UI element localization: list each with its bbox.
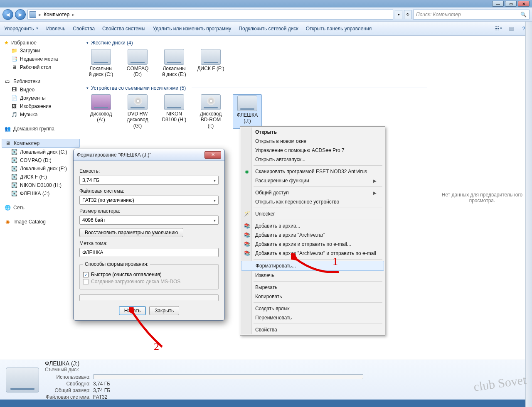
remove-change-button[interactable]: Удалить или изменить программу — [153, 26, 232, 32]
system-properties-button[interactable]: Свойства системы — [102, 26, 145, 32]
drive-a[interactable]: Дисковод(A:) — [86, 94, 116, 129]
hdd-icon — [128, 49, 148, 65]
vertical-scrollbar[interactable] — [525, 22, 532, 407]
sidebar-pictures[interactable]: 🖼Изображения — [2, 102, 80, 110]
map-drive-button[interactable]: Подключить сетевой диск — [239, 26, 298, 32]
hdd-list: Локальный диск (C:) COMPAQ(D:) Локальный… — [86, 49, 427, 78]
close-window-button[interactable]: ✕ — [518, 1, 530, 7]
volume-label-input[interactable]: ФЛЕШКА — [79, 248, 219, 257]
cm-acdsee[interactable]: Управление с помощью ACDSee Pro 7 — [241, 146, 384, 155]
cm-advanced[interactable]: Расширенные функции▶ — [241, 176, 384, 185]
star-icon: ★ — [4, 40, 9, 46]
drive-icon: 💽 — [11, 182, 17, 189]
filesystem-select[interactable]: FAT32 (по умолчанию) — [79, 196, 219, 205]
quick-format-checkbox[interactable]: ✓Быстрое (очистка оглавления) — [83, 272, 215, 277]
breadcrumb-history-button[interactable]: ▾ — [395, 10, 402, 19]
cm-shortcut[interactable]: Создать ярлык — [241, 304, 384, 313]
context-menu: Открыть Открыть в новом окне Управление … — [240, 126, 385, 336]
refresh-button[interactable]: ↻ — [404, 10, 411, 19]
search-input[interactable]: Поиск: Компьютер 🔍 — [413, 10, 530, 20]
drive-d[interactable]: COMPAQ(D:) — [123, 49, 152, 78]
annotation-label-2: 2 — [154, 341, 159, 353]
sidebar-computer[interactable]: 🖥Компьютер — [2, 139, 80, 148]
drive-e[interactable]: Локальный диск (E:) — [160, 49, 189, 78]
dialog-titlebar[interactable]: Форматирование "ФЛЕШКА (J:)" ✕ — [74, 149, 224, 161]
sidebar-homegroup[interactable]: 👥Домашняя группа — [2, 125, 80, 133]
music-icon: 🎵 — [11, 111, 17, 118]
drive-f[interactable]: ДИСК F (F:) — [196, 49, 225, 78]
cm-addarchrar[interactable]: 📚Добавить в архив "Archive.rar" — [241, 230, 384, 240]
cm-unlocker[interactable]: 🪄Unlocker — [241, 209, 384, 218]
sidebar-drive-c[interactable]: 💽Локальный диск (C:) — [2, 148, 80, 156]
cm-cut[interactable]: Вырезать — [241, 283, 384, 292]
cluster-select[interactable]: 4096 байт — [79, 216, 219, 225]
sidebar-desktop[interactable]: 🖥Рабочий стол — [2, 63, 80, 71]
dialog-close-button[interactable]: ✕ — [204, 151, 221, 159]
drive-g[interactable]: DVD RWдисковод(G:) — [123, 94, 152, 129]
forward-button[interactable]: ► — [15, 9, 26, 20]
usage-progress — [93, 374, 363, 379]
eset-icon: ◉ — [244, 168, 250, 175]
sidebar-favorites-header[interactable]: ★Избранное — [2, 39, 80, 47]
maximize-button[interactable]: ▭ — [505, 1, 517, 7]
drive-h[interactable]: NIKOND3100 (H:) — [160, 94, 189, 129]
sidebar-drive-f[interactable]: 💽ДИСК F (F:) — [2, 173, 80, 181]
preview-pane-button[interactable]: ▤ — [507, 25, 515, 33]
sidebar-music[interactable]: 🎵Музыка — [2, 110, 80, 119]
drive-j-selected[interactable]: ФЛЕШКА(J:) — [233, 94, 262, 129]
cm-copy[interactable]: Копировать — [241, 292, 384, 301]
sidebar-drive-d[interactable]: 💽COMPAQ (D:) — [2, 156, 80, 164]
breadcrumb[interactable]: ▸ Компьютер ▸ — [27, 10, 393, 20]
sidebar-drive-j[interactable]: 💽ФЛЕШКА (J:) — [2, 189, 80, 198]
extract-button[interactable]: Извлечь — [46, 26, 65, 32]
cm-eset[interactable]: ◉Сканировать программой ESET NOD32 Antiv… — [241, 167, 384, 176]
window-titlebar: — ▭ ✕ — [0, 0, 532, 7]
sidebar-drive-e[interactable]: 💽Локальный диск (E:) — [2, 164, 80, 173]
preview-pane: Нет данных для предварительного просмотр… — [432, 36, 532, 360]
cm-open-new[interactable]: Открыть в новом окне — [241, 137, 384, 146]
cm-portable[interactable]: Открыть как переносное устройство — [241, 197, 384, 206]
open-control-panel-button[interactable]: Открыть панель управления — [306, 26, 372, 32]
cm-addarch[interactable]: 📚Добавить в архив... — [241, 221, 384, 230]
organize-menu[interactable]: Упорядочить▼ — [4, 26, 39, 32]
winrar-icon: 📚 — [244, 232, 250, 238]
view-options-button[interactable]: ☷▼ — [495, 25, 503, 33]
drive-c[interactable]: Локальный диск (C:) — [86, 49, 116, 78]
removable-list: Дисковод(A:) DVD RWдисковод(G:) NIKOND31… — [86, 94, 427, 129]
capacity-select[interactable]: 3,74 ГБ — [79, 176, 219, 185]
cm-share[interactable]: Общий доступ▶ — [241, 188, 384, 197]
floppy-icon — [91, 94, 111, 110]
minimize-button[interactable]: — — [492, 1, 504, 7]
cm-properties[interactable]: Свойства — [241, 325, 384, 334]
sidebar-libraries-header[interactable]: 🗂Библиотеки — [2, 77, 80, 86]
homegroup-icon: 👥 — [4, 125, 11, 132]
format-options-group: Способы форматирования: ✓Быстрое (очистк… — [79, 261, 219, 289]
winrar-icon: 📚 — [244, 223, 250, 229]
cm-open[interactable]: Открыть — [241, 127, 384, 137]
sidebar-recent[interactable]: 📑Недавние места — [2, 55, 80, 63]
msdos-boot-checkbox: Создание загрузочного диска MS-DOS — [83, 279, 215, 284]
section-removable[interactable]: ▾Устройства со съемными носителями (5) — [86, 85, 427, 91]
sidebar-network[interactable]: 🌐Сеть — [2, 204, 80, 212]
back-button[interactable]: ◄ — [2, 9, 13, 20]
breadcrumb-root[interactable]: Компьютер — [44, 12, 69, 17]
hdd-icon — [91, 49, 111, 65]
cm-addemail[interactable]: 📚Добавить в архив и отправить по e-mail.… — [241, 240, 384, 249]
annotation-label-1: 1 — [332, 255, 338, 268]
sidebar-documents[interactable]: 📄Документы — [2, 94, 80, 102]
section-hdd[interactable]: ▾Жесткие диски (4) — [86, 40, 427, 46]
removable-icon — [164, 94, 184, 110]
drive-i[interactable]: ДисководBD-ROM(I:) — [196, 94, 225, 129]
computer-icon — [30, 11, 36, 18]
network-icon: 🌐 — [4, 204, 11, 211]
cm-rename[interactable]: Переименовать — [241, 313, 384, 322]
sidebar-downloads[interactable]: 📁Загрузки — [2, 47, 80, 55]
properties-button[interactable]: Свойства — [73, 26, 95, 32]
sidebar-drive-h[interactable]: 💽NIKON D3100 (H:) — [2, 181, 80, 189]
restore-defaults-button[interactable]: Восстановить параметры по умолчанию — [79, 228, 183, 237]
catalog-icon: ◉ — [4, 218, 11, 225]
folder-icon: 📁 — [11, 47, 17, 54]
sidebar-videos[interactable]: 🎞Видео — [2, 86, 80, 94]
sidebar-imagecatalog[interactable]: ◉Image Catalog — [2, 218, 80, 226]
cm-autorun[interactable]: Открыть автозапуск... — [241, 155, 384, 164]
